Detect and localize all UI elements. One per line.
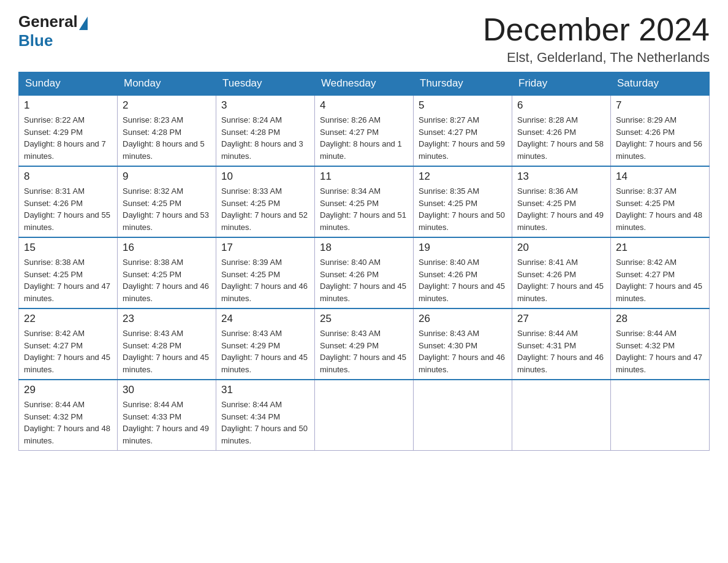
day-number: 9 [123,170,211,183]
day-info: Sunrise: 8:32 AMSunset: 4:25 PMDaylight:… [123,185,211,233]
weekday-header-monday: Monday [118,72,216,96]
day-number: 27 [517,313,605,325]
day-number: 22 [24,313,112,325]
day-number: 23 [123,313,211,325]
day-info: Sunrise: 8:44 AMSunset: 4:33 PMDaylight:… [123,399,211,446]
calendar-cell: 29Sunrise: 8:44 AMSunset: 4:32 PMDayligh… [19,380,118,451]
calendar-cell: 9Sunrise: 8:32 AMSunset: 4:25 PMDaylight… [118,166,216,237]
day-info: Sunrise: 8:44 AMSunset: 4:31 PMDaylight:… [517,327,605,375]
calendar-week-row: 29Sunrise: 8:44 AMSunset: 4:32 PMDayligh… [19,380,710,451]
day-number: 25 [320,313,408,325]
calendar-week-row: 1Sunrise: 8:22 AMSunset: 4:29 PMDaylight… [19,95,710,166]
day-info: Sunrise: 8:40 AMSunset: 4:26 PMDaylight:… [320,256,408,304]
day-number: 31 [221,384,309,396]
calendar-cell: 4Sunrise: 8:26 AMSunset: 4:27 PMDaylight… [315,95,414,166]
calendar-cell: 30Sunrise: 8:44 AMSunset: 4:33 PMDayligh… [118,380,216,451]
day-number: 13 [517,170,605,183]
calendar-cell: 5Sunrise: 8:27 AMSunset: 4:27 PMDaylight… [414,95,512,166]
day-info: Sunrise: 8:33 AMSunset: 4:25 PMDaylight:… [221,185,309,233]
day-info: Sunrise: 8:44 AMSunset: 4:34 PMDaylight:… [221,399,309,446]
calendar-cell: 23Sunrise: 8:43 AMSunset: 4:28 PMDayligh… [118,308,216,380]
calendar-cell: 19Sunrise: 8:40 AMSunset: 4:26 PMDayligh… [414,237,512,308]
weekday-header-wednesday: Wednesday [315,72,414,96]
calendar-cell: 20Sunrise: 8:41 AMSunset: 4:26 PMDayligh… [512,237,611,308]
calendar-cell [315,380,414,451]
day-info: Sunrise: 8:36 AMSunset: 4:25 PMDaylight:… [517,185,605,233]
day-info: Sunrise: 8:34 AMSunset: 4:25 PMDaylight:… [320,185,408,233]
day-number: 21 [616,242,704,254]
day-info: Sunrise: 8:22 AMSunset: 4:29 PMDaylight:… [24,114,112,162]
calendar-cell: 21Sunrise: 8:42 AMSunset: 4:27 PMDayligh… [611,237,710,308]
day-info: Sunrise: 8:40 AMSunset: 4:26 PMDaylight:… [419,256,507,304]
day-info: Sunrise: 8:35 AMSunset: 4:25 PMDaylight:… [419,185,507,233]
day-info: Sunrise: 8:31 AMSunset: 4:26 PMDaylight:… [24,185,112,233]
day-info: Sunrise: 8:42 AMSunset: 4:27 PMDaylight:… [24,327,112,375]
calendar-cell: 15Sunrise: 8:38 AMSunset: 4:25 PMDayligh… [19,237,118,308]
weekday-header-sunday: Sunday [19,72,118,96]
day-info: Sunrise: 8:26 AMSunset: 4:27 PMDaylight:… [320,114,408,162]
logo-arrow-icon [79,17,88,30]
weekday-header-friday: Friday [512,72,611,96]
calendar-cell: 1Sunrise: 8:22 AMSunset: 4:29 PMDaylight… [19,95,118,166]
calendar-cell: 17Sunrise: 8:39 AMSunset: 4:25 PMDayligh… [216,237,315,308]
weekday-header-row: SundayMondayTuesdayWednesdayThursdayFrid… [19,72,710,96]
calendar-cell: 24Sunrise: 8:43 AMSunset: 4:29 PMDayligh… [216,308,315,380]
day-number: 6 [517,99,605,112]
day-info: Sunrise: 8:23 AMSunset: 4:28 PMDaylight:… [123,114,211,162]
calendar-cell: 8Sunrise: 8:31 AMSunset: 4:26 PMDaylight… [19,166,118,237]
calendar-cell: 13Sunrise: 8:36 AMSunset: 4:25 PMDayligh… [512,166,611,237]
calendar-cell: 14Sunrise: 8:37 AMSunset: 4:25 PMDayligh… [611,166,710,237]
day-info: Sunrise: 8:38 AMSunset: 4:25 PMDaylight:… [123,256,211,304]
day-info: Sunrise: 8:42 AMSunset: 4:27 PMDaylight:… [616,256,704,304]
logo-blue-text: Blue [18,31,53,50]
day-number: 19 [419,242,507,254]
day-info: Sunrise: 8:43 AMSunset: 4:28 PMDaylight:… [123,327,211,375]
day-info: Sunrise: 8:43 AMSunset: 4:29 PMDaylight:… [221,327,309,375]
calendar-cell [611,380,710,451]
month-title: December 2024 [483,12,710,47]
location-title: Elst, Gelderland, The Netherlands [483,50,710,66]
calendar-cell: 31Sunrise: 8:44 AMSunset: 4:34 PMDayligh… [216,380,315,451]
day-number: 18 [320,242,408,254]
calendar-week-row: 8Sunrise: 8:31 AMSunset: 4:26 PMDaylight… [19,166,710,237]
day-info: Sunrise: 8:41 AMSunset: 4:26 PMDaylight:… [517,256,605,304]
page-header: General Blue December 2024 Elst, Gelderl… [18,12,710,66]
calendar-cell: 27Sunrise: 8:44 AMSunset: 4:31 PMDayligh… [512,308,611,380]
day-info: Sunrise: 8:27 AMSunset: 4:27 PMDaylight:… [419,114,507,162]
day-number: 15 [24,242,112,254]
day-number: 1 [24,99,112,112]
day-number: 5 [419,99,507,112]
day-number: 26 [419,313,507,325]
day-number: 16 [123,242,211,254]
day-info: Sunrise: 8:43 AMSunset: 4:30 PMDaylight:… [419,327,507,375]
day-number: 12 [419,170,507,183]
day-number: 30 [123,384,211,396]
day-number: 24 [221,313,309,325]
day-info: Sunrise: 8:38 AMSunset: 4:25 PMDaylight:… [24,256,112,304]
weekday-header-saturday: Saturday [611,72,710,96]
logo-general-text: General [18,12,78,31]
day-number: 8 [24,170,112,183]
calendar-cell: 3Sunrise: 8:24 AMSunset: 4:28 PMDaylight… [216,95,315,166]
title-block: December 2024 Elst, Gelderland, The Neth… [483,12,710,66]
day-info: Sunrise: 8:37 AMSunset: 4:25 PMDaylight:… [616,185,704,233]
calendar-week-row: 15Sunrise: 8:38 AMSunset: 4:25 PMDayligh… [19,237,710,308]
day-info: Sunrise: 8:24 AMSunset: 4:28 PMDaylight:… [221,114,309,162]
calendar-cell: 22Sunrise: 8:42 AMSunset: 4:27 PMDayligh… [19,308,118,380]
calendar-cell: 26Sunrise: 8:43 AMSunset: 4:30 PMDayligh… [414,308,512,380]
day-info: Sunrise: 8:43 AMSunset: 4:29 PMDaylight:… [320,327,408,375]
calendar-table: SundayMondayTuesdayWednesdayThursdayFrid… [18,72,710,451]
calendar-cell: 18Sunrise: 8:40 AMSunset: 4:26 PMDayligh… [315,237,414,308]
calendar-cell: 10Sunrise: 8:33 AMSunset: 4:25 PMDayligh… [216,166,315,237]
calendar-cell [512,380,611,451]
day-info: Sunrise: 8:39 AMSunset: 4:25 PMDaylight:… [221,256,309,304]
day-info: Sunrise: 8:29 AMSunset: 4:26 PMDaylight:… [616,114,704,162]
day-number: 17 [221,242,309,254]
day-info: Sunrise: 8:44 AMSunset: 4:32 PMDaylight:… [616,327,704,375]
day-number: 29 [24,384,112,396]
calendar-cell: 16Sunrise: 8:38 AMSunset: 4:25 PMDayligh… [118,237,216,308]
calendar-cell: 25Sunrise: 8:43 AMSunset: 4:29 PMDayligh… [315,308,414,380]
weekday-header-tuesday: Tuesday [216,72,315,96]
day-number: 10 [221,170,309,183]
calendar-week-row: 22Sunrise: 8:42 AMSunset: 4:27 PMDayligh… [19,308,710,380]
